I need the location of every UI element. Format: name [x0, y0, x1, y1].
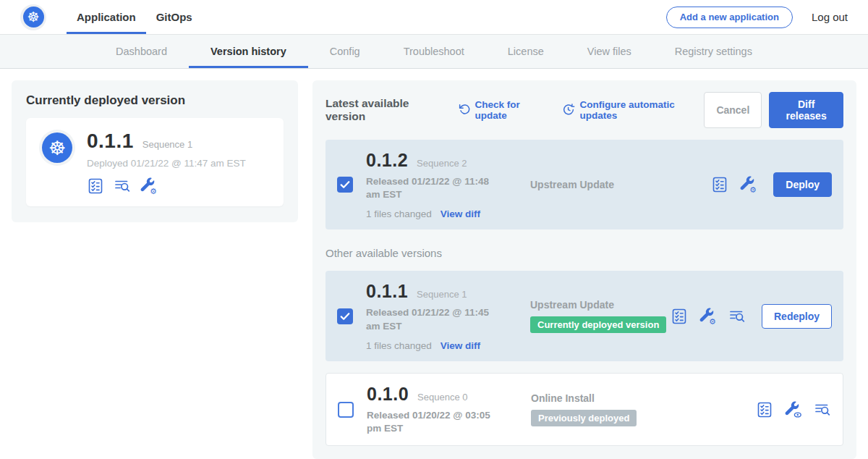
- configure-auto-updates-label: Configure automatic updates: [579, 99, 704, 121]
- tab-dashboard[interactable]: Dashboard: [94, 35, 189, 68]
- config-icon[interactable]: [740, 176, 757, 193]
- tab-version-history[interactable]: Version history: [189, 35, 308, 68]
- cancel-button[interactable]: Cancel: [704, 92, 762, 128]
- tab-gitops-label: GitOps: [156, 11, 192, 23]
- version-row-0-1-0: 0.1.0 Sequence 0 Released 01/20/22 @ 03:…: [326, 373, 843, 446]
- preflight-checks-icon[interactable]: [711, 176, 728, 193]
- kubernetes-icon: ☸: [42, 132, 72, 163]
- version-row-0-1-2: 0.1.2 Sequence 2 Released 01/21/22 @ 11:…: [326, 140, 843, 230]
- previously-deployed-badge: Previously deployed: [531, 410, 637, 426]
- version-source: Online Install: [531, 392, 756, 404]
- version-number: 0.1.0: [367, 384, 409, 405]
- config-icon[interactable]: [140, 177, 158, 195]
- version-number: 0.1.1: [366, 281, 408, 302]
- tab-view-files[interactable]: View files: [566, 35, 653, 68]
- sequence-label: Sequence 0: [417, 392, 467, 403]
- tab-troubleshoot[interactable]: Troubleshoot: [382, 35, 486, 68]
- available-versions-panel: Latest available version Check for updat…: [312, 80, 856, 459]
- app-icon-ring: ☸: [39, 130, 75, 166]
- kubernetes-icon: ☸: [23, 7, 44, 28]
- version-row-0-1-1: 0.1.1 Sequence 1 Released 01/21/22 @ 11:…: [326, 271, 843, 361]
- files-changed-label: 1 files changed: [366, 340, 432, 351]
- sub-nav: Dashboard Version history Config Trouble…: [0, 35, 868, 69]
- config-icon[interactable]: [699, 308, 717, 325]
- tab-gitops[interactable]: GitOps: [146, 0, 203, 34]
- view-config-icon[interactable]: [785, 401, 802, 418]
- currently-deployed-badge: Currently deployed version: [530, 316, 666, 333]
- app-logo: ☸: [20, 4, 46, 30]
- logout-button[interactable]: Log out: [812, 11, 848, 23]
- refresh-icon: [458, 103, 471, 118]
- tab-license[interactable]: License: [486, 35, 566, 68]
- version-checkbox[interactable]: [337, 177, 353, 193]
- main-content: Currently deployed version ☸ 0.1.1 Seque…: [0, 69, 868, 459]
- version-number: 0.1.2: [366, 150, 408, 171]
- tab-registry-settings[interactable]: Registry settings: [653, 35, 774, 68]
- current-sequence-label: Sequence 1: [142, 139, 192, 150]
- deploy-logs-icon[interactable]: [728, 308, 746, 325]
- version-source: Upstream Update: [530, 299, 671, 311]
- current-version-panel: Currently deployed version ☸ 0.1.1 Seque…: [12, 80, 298, 222]
- current-version-card: ☸ 0.1.1 Sequence 1 Deployed 01/21/22 @ 1…: [26, 118, 284, 206]
- preflight-checks-icon[interactable]: [756, 401, 773, 418]
- tab-config[interactable]: Config: [308, 35, 382, 68]
- check-for-update-link[interactable]: Check for update: [458, 99, 548, 121]
- version-checkbox[interactable]: [338, 402, 354, 418]
- released-timestamp: Released 01/20/22 @ 03:05 pm EST: [367, 409, 504, 435]
- redeploy-button[interactable]: Redeploy: [762, 304, 832, 329]
- add-application-button[interactable]: Add a new application: [666, 7, 793, 28]
- sequence-label: Sequence 1: [417, 289, 467, 300]
- latest-version-title: Latest available version: [326, 97, 443, 123]
- current-version-number: 0.1.1: [87, 130, 134, 153]
- deployed-timestamp: Deployed 01/21/22 @ 11:47 am EST: [87, 158, 246, 169]
- released-timestamp: Released 01/21/22 @ 11:45 am EST: [366, 306, 503, 332]
- version-checkbox[interactable]: [337, 308, 353, 324]
- deploy-logs-icon[interactable]: [814, 401, 831, 418]
- tab-application-label: Application: [77, 11, 136, 23]
- deploy-logs-icon[interactable]: [114, 177, 131, 195]
- version-source: Upstream Update: [530, 179, 711, 190]
- released-timestamp: Released 01/21/22 @ 11:48 am EST: [366, 175, 503, 201]
- preflight-checks-icon[interactable]: [671, 308, 688, 325]
- view-diff-link[interactable]: View diff: [441, 340, 480, 351]
- other-versions-label: Other available versions: [326, 247, 843, 259]
- tab-application[interactable]: Application: [67, 0, 146, 34]
- top-nav: ☸ Application GitOps Add a new applicati…: [0, 0, 868, 35]
- sequence-label: Sequence 2: [417, 158, 467, 169]
- view-diff-link[interactable]: View diff: [441, 209, 480, 219]
- current-version-title: Currently deployed version: [26, 93, 284, 108]
- diff-releases-button[interactable]: Diff releases: [769, 92, 843, 128]
- preflight-checks-icon[interactable]: [87, 177, 104, 195]
- deploy-button[interactable]: Deploy: [773, 172, 832, 197]
- auto-update-icon: [562, 103, 575, 118]
- check-for-update-label: Check for update: [475, 99, 548, 121]
- configure-auto-updates-link[interactable]: Configure automatic updates: [562, 99, 704, 121]
- app-tabs: Application GitOps: [67, 0, 203, 34]
- files-changed-label: 1 files changed: [366, 209, 432, 219]
